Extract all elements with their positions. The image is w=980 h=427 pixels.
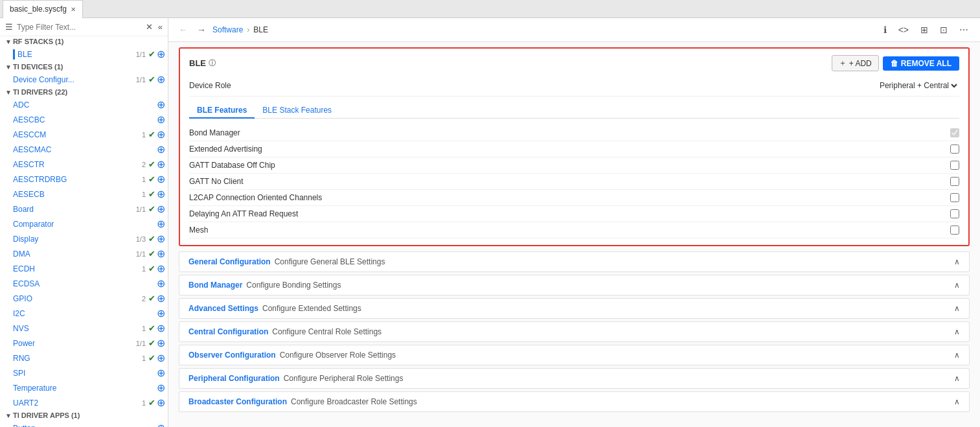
sidebar-item-temperature[interactable]: Temperature⊕	[0, 380, 168, 395]
sidebar-item-aesctrdrbg[interactable]: AESCTRDRBG1✔⊕	[0, 172, 168, 187]
sidebar-item-aescmac[interactable]: AESCMAC⊕	[0, 142, 168, 157]
add-item-icon-spi[interactable]: ⊕	[157, 367, 165, 379]
sidebar-group-ti-devices[interactable]: ▼ TI DEVICES (1)	[0, 62, 168, 72]
feature-checkbox-delaying-att[interactable]	[950, 209, 959, 218]
feature-checkbox-extended-advertising[interactable]	[950, 144, 959, 154]
add-item-icon-temperature[interactable]: ⊕	[157, 382, 165, 394]
check-icon-dma: ✔	[148, 249, 155, 259]
sidebar-item-dma[interactable]: DMA1/1✔⊕	[0, 246, 168, 261]
config-section-header-observer-config[interactable]: Observer Configuration Configure Observe…	[179, 345, 969, 365]
tab-basic-ble[interactable]: basic_ble.syscfg ✕	[3, 0, 83, 18]
layout-button[interactable]: ⊡	[936, 22, 952, 38]
sidebar-item-device-config[interactable]: Device Configur...1/1✔⊕	[0, 72, 168, 87]
add-item-icon-aesecb[interactable]: ⊕	[157, 188, 165, 200]
breadcrumb-sep1: ›	[247, 25, 249, 34]
add-item-icon-aesctrdrbg[interactable]: ⊕	[157, 173, 165, 185]
sidebar-item-button[interactable]: Button⊕	[0, 421, 168, 427]
sidebar-item-ecdh[interactable]: ECDH1✔⊕	[0, 261, 168, 276]
add-button[interactable]: ＋ + ADD	[832, 55, 879, 71]
remove-all-button[interactable]: 🗑 REMOVE ALL	[883, 56, 959, 71]
sidebar-item-power[interactable]: Power1/1✔⊕	[0, 336, 168, 351]
sidebar-group-ti-drivers[interactable]: ▼ TI DRIVERS (22)	[0, 87, 168, 97]
sidebar-item-comparator[interactable]: Comparator⊕	[0, 216, 168, 231]
item-badge-device-config: 1/1	[136, 76, 146, 84]
tab-close-icon[interactable]: ✕	[71, 6, 76, 13]
add-item-icon-button[interactable]: ⊕	[157, 422, 165, 427]
add-item-icon-aesccm[interactable]: ⊕	[157, 128, 165, 141]
add-item-icon-device-config[interactable]: ⊕	[157, 73, 165, 86]
tab-ble-stack-features[interactable]: BLE Stack Features	[255, 103, 339, 119]
grid-view-button[interactable]: ⊞	[917, 22, 932, 38]
ble-info-icon[interactable]: ⓘ	[209, 58, 216, 68]
sidebar-item-rng[interactable]: RNG1✔⊕	[0, 351, 168, 365]
device-role-select[interactable]: Peripheral + Central Peripheral Central …	[830, 80, 959, 91]
item-label-i2c: I2C	[13, 309, 155, 318]
feature-checkbox-bond-manager[interactable]	[950, 128, 959, 137]
add-item-icon-aesctr[interactable]: ⊕	[157, 158, 165, 170]
add-item-icon-comparator[interactable]: ⊕	[157, 218, 165, 230]
sidebar-item-gpio[interactable]: GPIO2✔⊕	[0, 291, 168, 306]
feature-checkbox-mesh[interactable]	[950, 225, 959, 235]
sidebar-item-display[interactable]: Display1/3✔⊕	[0, 231, 168, 246]
item-badge-aesecb: 1	[142, 190, 146, 198]
breadcrumb-software[interactable]: Software	[212, 25, 243, 34]
code-view-button[interactable]: <>	[895, 22, 913, 38]
add-item-icon-gpio[interactable]: ⊕	[157, 292, 165, 305]
forward-button[interactable]: →	[194, 23, 209, 36]
sidebar-item-i2c[interactable]: I2C⊕	[0, 306, 168, 321]
sidebar-group-ti-driver-apps[interactable]: ▼ TI DRIVER APPS (1)	[0, 410, 168, 421]
config-section-desc-observer-config: Configure Observer Role Settings	[280, 351, 396, 360]
sidebar-item-adc[interactable]: ADC⊕	[0, 97, 168, 112]
sidebar-group-rf-stacks[interactable]: ▼ RF STACKS (1)	[0, 36, 168, 47]
sidebar-filter-input[interactable]	[17, 23, 142, 32]
sidebar-item-uart2[interactable]: UART21✔⊕	[0, 395, 168, 410]
config-section-header-general-config[interactable]: General Configuration Configure General …	[179, 252, 969, 271]
add-item-icon-aescbc[interactable]: ⊕	[157, 113, 165, 126]
add-item-icon-aescmac[interactable]: ⊕	[157, 143, 165, 156]
back-button[interactable]: ←	[176, 23, 190, 36]
add-item-icon-board[interactable]: ⊕	[157, 203, 165, 215]
config-section-header-broadcaster-config[interactable]: Broadcaster Configuration Configure Broa…	[179, 392, 969, 411]
config-section-header-bond-manager[interactable]: Bond Manager Configure Bonding Settings …	[179, 275, 969, 295]
sidebar-item-spi[interactable]: SPI⊕	[0, 365, 168, 380]
item-badge-uart2: 1	[142, 399, 146, 407]
clear-filter-icon[interactable]: ✕	[144, 21, 154, 33]
add-item-icon-i2c[interactable]: ⊕	[157, 307, 165, 319]
add-item-icon-rng[interactable]: ⊕	[157, 352, 165, 364]
more-options-button[interactable]: ⋯	[955, 22, 972, 38]
add-icon: ＋	[839, 58, 847, 69]
tab-ble-features[interactable]: BLE Features	[189, 103, 255, 119]
add-item-icon-uart2[interactable]: ⊕	[157, 397, 165, 409]
add-item-icon-ble[interactable]: ⊕	[157, 48, 165, 60]
feature-checkbox-gatt-database-off-chip[interactable]	[950, 161, 959, 170]
sidebar-item-aesctr[interactable]: AESCTR2✔⊕	[0, 157, 168, 172]
info-button[interactable]: ℹ	[880, 22, 891, 38]
add-item-icon-nvs[interactable]: ⊕	[157, 322, 165, 334]
sidebar-item-board[interactable]: Board1/1✔⊕	[0, 202, 168, 216]
feature-checkbox-l2cap-connection[interactable]	[950, 193, 959, 202]
add-item-icon-power[interactable]: ⊕	[157, 337, 165, 349]
add-item-icon-adc[interactable]: ⊕	[157, 98, 165, 111]
config-section-desc-bond-manager: Configure Bonding Settings	[246, 281, 341, 290]
add-item-icon-dma[interactable]: ⊕	[157, 248, 165, 260]
sidebar-item-nvs[interactable]: NVS1✔⊕	[0, 321, 168, 336]
add-item-icon-ecdsa[interactable]: ⊕	[157, 277, 165, 290]
sidebar-item-aesccm[interactable]: AESCCM1✔⊕	[0, 127, 168, 142]
add-item-icon-display[interactable]: ⊕	[157, 233, 165, 245]
sidebar-item-aescbc[interactable]: AESCBC⊕	[0, 112, 168, 127]
add-item-icon-ecdh[interactable]: ⊕	[157, 262, 165, 275]
config-section-name-observer-config: Observer Configuration	[188, 351, 276, 360]
hamburger-icon[interactable]: ☰	[4, 21, 14, 33]
sidebar-item-ecdsa[interactable]: ECDSA⊕	[0, 276, 168, 291]
feature-checkbox-gatt-no-client[interactable]	[950, 177, 959, 186]
sidebar-item-aesecb[interactable]: AESECB1✔⊕	[0, 187, 168, 202]
app-container: ☰ ✕ « ▼ RF STACKS (1) BLE1/1✔⊕ ▼ TI DEVI…	[0, 18, 980, 427]
expand-icon-ti-devices: ▼	[5, 63, 12, 71]
config-section-header-central-config[interactable]: Central Configuration Configure Central …	[179, 322, 969, 341]
breadcrumb-left: ← → Software › BLE	[176, 23, 268, 36]
collapse-sidebar-icon[interactable]: «	[157, 21, 164, 33]
config-section-header-peripheral-config[interactable]: Peripheral Configuration Configure Perip…	[179, 369, 969, 388]
sidebar-item-ble[interactable]: BLE1/1✔⊕	[0, 47, 168, 62]
config-section-header-advanced-settings[interactable]: Advanced Settings Configure Extended Set…	[179, 299, 969, 318]
ble-actions: ＋ + ADD 🗑 REMOVE ALL	[832, 55, 959, 71]
